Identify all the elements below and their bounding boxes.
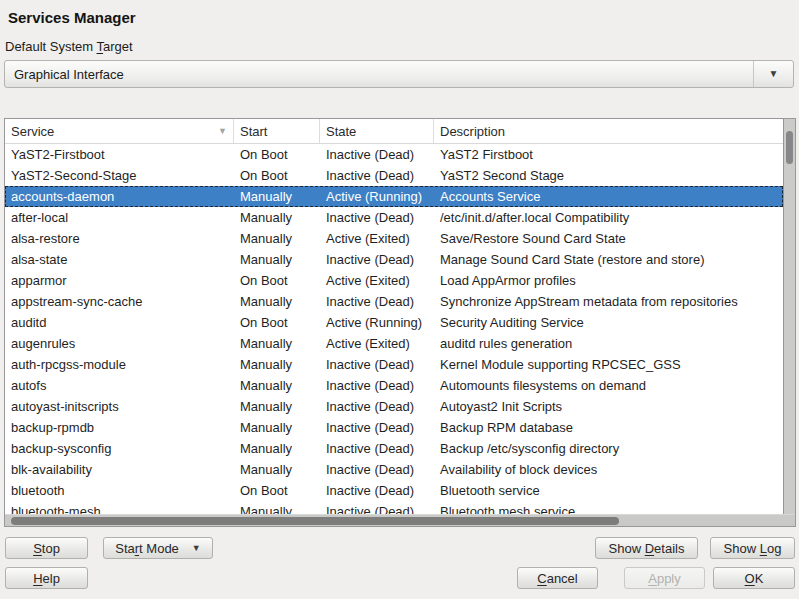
table-row[interactable]: backup-sysconfig Manually Inactive (Dead… xyxy=(5,438,783,459)
cell-service: bluetooth-mesh xyxy=(5,504,234,514)
cell-start: On Boot xyxy=(234,147,320,162)
show-details-button[interactable]: Show Details xyxy=(595,537,698,559)
cell-state: Inactive (Dead) xyxy=(320,252,434,267)
cell-state: Active (Running) xyxy=(320,189,434,204)
cell-state: Inactive (Dead) xyxy=(320,483,434,498)
cell-service: YaST2-Firstboot xyxy=(5,147,234,162)
table-row[interactable]: auditd On Boot Active (Running) Security… xyxy=(5,312,783,333)
cell-service: apparmor xyxy=(5,273,234,288)
cell-service: after-local xyxy=(5,210,234,225)
cell-service: accounts-daemon xyxy=(5,189,234,204)
table-header: Service ▼ Start State Description xyxy=(5,119,783,144)
table-row[interactable]: backup-rpmdb Manually Inactive (Dead) Ba… xyxy=(5,417,783,438)
column-header-service[interactable]: Service ▼ xyxy=(5,119,234,143)
cell-state: Inactive (Dead) xyxy=(320,462,434,477)
cell-start: On Boot xyxy=(234,273,320,288)
cell-start: Manually xyxy=(234,294,320,309)
apply-button[interactable]: Apply xyxy=(624,567,705,589)
table-row[interactable]: accounts-daemon Manually Active (Running… xyxy=(5,186,783,207)
cell-start: Manually xyxy=(234,252,320,267)
cell-start: Manually xyxy=(234,420,320,435)
cell-description: Automounts filesystems on demand xyxy=(434,378,783,393)
cell-service: autofs xyxy=(5,378,234,393)
cell-state: Inactive (Dead) xyxy=(320,504,434,514)
cell-start: Manually xyxy=(234,336,320,351)
cell-description: Kernel Module supporting RPCSEC_GSS xyxy=(434,357,783,372)
ok-button[interactable]: OK xyxy=(713,567,795,589)
table-row[interactable]: alsa-restore Manually Active (Exited) Sa… xyxy=(5,228,783,249)
cell-description: YaST2 Second Stage xyxy=(434,168,783,183)
cell-description: Load AppArmor profiles xyxy=(434,273,783,288)
stop-button[interactable]: Stop xyxy=(5,537,88,559)
cell-service: augenrules xyxy=(5,336,234,351)
cell-state: Active (Running) xyxy=(320,315,434,330)
column-header-start[interactable]: Start xyxy=(234,119,320,143)
table-row[interactable]: after-local Manually Inactive (Dead) /et… xyxy=(5,207,783,228)
cell-description: Manage Sound Card State (restore and sto… xyxy=(434,252,783,267)
table-row[interactable]: appstream-sync-cache Manually Inactive (… xyxy=(5,291,783,312)
menu-dropdown-icon: ▼ xyxy=(192,544,201,553)
cell-state: Inactive (Dead) xyxy=(320,210,434,225)
chevron-down-icon: ▼ xyxy=(769,69,779,79)
cell-state: Active (Exited) xyxy=(320,336,434,351)
cell-state: Inactive (Dead) xyxy=(320,168,434,183)
table-row[interactable]: YaST2-Second-Stage On Boot Inactive (Dea… xyxy=(5,165,783,186)
cell-state: Inactive (Dead) xyxy=(320,441,434,456)
cell-description: auditd rules generation xyxy=(434,336,783,351)
table-row[interactable]: bluetooth-mesh Manually Inactive (Dead) … xyxy=(5,501,783,514)
table-row[interactable]: bluetooth On Boot Inactive (Dead) Blueto… xyxy=(5,480,783,501)
table-row[interactable]: apparmor On Boot Active (Exited) Load Ap… xyxy=(5,270,783,291)
column-header-description[interactable]: Description xyxy=(434,119,783,143)
cell-state: Inactive (Dead) xyxy=(320,357,434,372)
show-log-button[interactable]: Show Log xyxy=(710,537,795,559)
cell-service: bluetooth xyxy=(5,483,234,498)
column-header-state[interactable]: State xyxy=(320,119,434,143)
help-button[interactable]: Help xyxy=(5,567,88,589)
vertical-scrollbar-thumb[interactable] xyxy=(786,131,793,164)
cell-start: On Boot xyxy=(234,168,320,183)
cell-service: alsa-state xyxy=(5,252,234,267)
table-row[interactable]: autoyast-initscripts Manually Inactive (… xyxy=(5,396,783,417)
cell-description: /etc/init.d/after.local Compatibility xyxy=(434,210,783,225)
combo-arrow-box[interactable]: ▼ xyxy=(753,61,793,87)
table-row[interactable]: YaST2-Firstboot On Boot Inactive (Dead) … xyxy=(5,144,783,165)
cell-start: Manually xyxy=(234,357,320,372)
horizontal-scrollbar[interactable] xyxy=(5,514,795,526)
cell-start: Manually xyxy=(234,231,320,246)
cell-description: YaST2 Firstboot xyxy=(434,147,783,162)
table-row[interactable]: auth-rpcgss-module Manually Inactive (De… xyxy=(5,354,783,375)
cell-description: Bluetooth service xyxy=(434,483,783,498)
horizontal-scrollbar-thumb[interactable] xyxy=(11,517,619,525)
vertical-scrollbar[interactable] xyxy=(783,119,795,514)
cell-service: alsa-restore xyxy=(5,231,234,246)
cell-description: Synchronize AppStream metadata from repo… xyxy=(434,294,783,309)
table-row[interactable]: autofs Manually Inactive (Dead) Automoun… xyxy=(5,375,783,396)
cell-description: Backup RPM database xyxy=(434,420,783,435)
table-row[interactable]: alsa-state Manually Inactive (Dead) Mana… xyxy=(5,249,783,270)
services-table: Service ▼ Start State Description YaST2-… xyxy=(4,118,796,527)
cell-start: Manually xyxy=(234,189,320,204)
cell-description: Save/Restore Sound Card State xyxy=(434,231,783,246)
default-system-target-select[interactable]: Graphical Interface ▼ xyxy=(4,60,794,88)
cell-state: Active (Exited) xyxy=(320,273,434,288)
cell-service: auditd xyxy=(5,315,234,330)
cell-start: Manually xyxy=(234,210,320,225)
cell-description: Accounts Service xyxy=(434,189,783,204)
cell-description: Availability of block devices xyxy=(434,462,783,477)
cancel-button[interactable]: Cancel xyxy=(517,567,598,589)
table-row[interactable]: augenrules Manually Active (Exited) audi… xyxy=(5,333,783,354)
cell-service: backup-rpmdb xyxy=(5,420,234,435)
start-mode-button[interactable]: Start Mode▼ xyxy=(103,537,213,559)
table-body: YaST2-Firstboot On Boot Inactive (Dead) … xyxy=(5,144,783,514)
cell-state: Active (Exited) xyxy=(320,231,434,246)
cell-start: On Boot xyxy=(234,483,320,498)
cell-service: YaST2-Second-Stage xyxy=(5,168,234,183)
table-row[interactable]: blk-availability Manually Inactive (Dead… xyxy=(5,459,783,480)
cell-service: appstream-sync-cache xyxy=(5,294,234,309)
default-system-target-label: Default System Target xyxy=(5,39,133,54)
cell-start: Manually xyxy=(234,378,320,393)
cell-start: On Boot xyxy=(234,315,320,330)
cell-start: Manually xyxy=(234,399,320,414)
cell-state: Inactive (Dead) xyxy=(320,420,434,435)
cell-start: Manually xyxy=(234,441,320,456)
